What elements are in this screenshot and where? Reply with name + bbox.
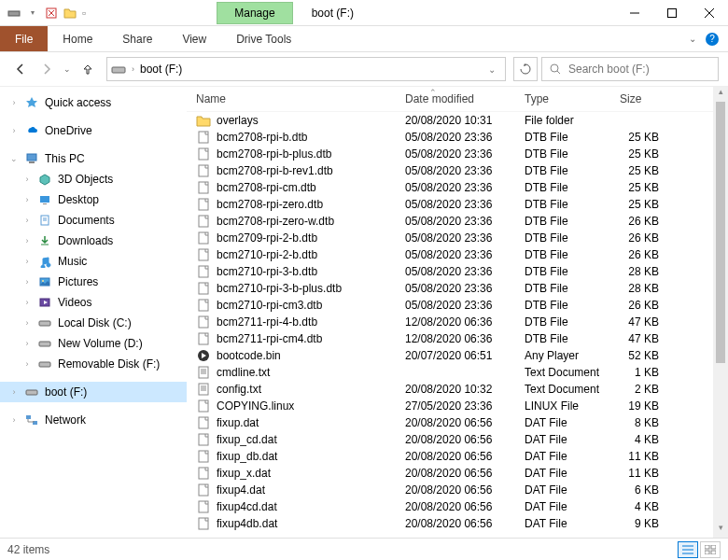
chevron-right-icon[interactable]: › bbox=[9, 126, 19, 135]
file-row[interactable]: bcm2708-rpi-zero.dtb05/08/2020 23:36DTB … bbox=[187, 196, 713, 213]
chevron-right-icon[interactable]: › bbox=[22, 236, 32, 245]
file-list[interactable]: overlays20/08/2020 10:31File folderbcm27… bbox=[187, 112, 713, 538]
file-row[interactable]: fixup_x.dat20/08/2020 06:56DAT File11 KB bbox=[187, 465, 713, 482]
recent-locations-button[interactable]: ⌄ bbox=[62, 58, 73, 80]
file-row[interactable]: bcm2708-rpi-b-plus.dtb05/08/2020 23:36DT… bbox=[187, 146, 713, 162]
properties-icon[interactable] bbox=[45, 7, 58, 20]
chevron-right-icon[interactable]: › bbox=[22, 216, 32, 225]
forward-button[interactable] bbox=[35, 58, 58, 80]
address-segment[interactable]: boot (F:) bbox=[140, 63, 182, 76]
chevron-right-icon[interactable]: › bbox=[22, 257, 32, 266]
file-row[interactable]: fixup_db.dat20/08/2020 06:56DAT File11 K… bbox=[187, 448, 713, 465]
file-row[interactable]: bcm2708-rpi-b.dtb05/08/2020 23:36DTB Fil… bbox=[187, 129, 713, 146]
maximize-button[interactable] bbox=[653, 0, 691, 26]
up-button[interactable] bbox=[77, 58, 99, 80]
tree-item[interactable]: ›Desktop bbox=[0, 189, 187, 210]
file-type: DTB File bbox=[525, 181, 620, 194]
svg-rect-34 bbox=[199, 283, 208, 294]
tree-label: This PC bbox=[45, 152, 85, 165]
address-dropdown-icon[interactable]: ⌄ bbox=[483, 64, 501, 75]
file-tab[interactable]: File bbox=[0, 26, 48, 51]
chevron-right-icon[interactable]: › bbox=[22, 359, 32, 369]
file-row[interactable]: fixup4db.dat20/08/2020 06:56DAT File9 KB bbox=[187, 515, 713, 532]
chevron-right-icon[interactable]: › bbox=[22, 318, 32, 328]
scroll-down-icon[interactable]: ▾ bbox=[713, 523, 728, 538]
file-row[interactable]: bcm2709-rpi-2-b.dtb05/08/2020 23:36DTB F… bbox=[187, 230, 713, 246]
navigation-pane[interactable]: › Quick access › OneDrive ⌄ This PC ›3D … bbox=[0, 87, 187, 538]
tree-item[interactable]: ›3D Objects bbox=[0, 169, 187, 189]
search-box[interactable]: Search boot (F:) bbox=[541, 57, 719, 81]
file-row[interactable]: fixup.dat20/08/2020 06:56DAT File8 KB bbox=[187, 414, 713, 431]
scroll-thumb[interactable] bbox=[716, 102, 725, 363]
tree-item[interactable]: ›Videos bbox=[0, 292, 187, 313]
file-row[interactable]: COPYING.linux27/05/2020 23:36LINUX File1… bbox=[187, 398, 713, 414]
ribbon-tab-share[interactable]: Share bbox=[107, 26, 167, 51]
tree-item[interactable]: ›Removable Disk (F:) bbox=[0, 354, 187, 374]
qat-overflow[interactable]: ▫ bbox=[82, 7, 86, 20]
back-button[interactable] bbox=[9, 58, 32, 80]
tree-network[interactable]: › Network bbox=[0, 410, 187, 430]
file-row[interactable]: bcm2708-rpi-zero-w.dtb05/08/2020 23:36DT… bbox=[187, 213, 713, 230]
vertical-scrollbar[interactable]: ▴ ▾ bbox=[713, 87, 728, 538]
column-headers[interactable]: ⌃ Name Date modified Type Size bbox=[187, 87, 713, 112]
chevron-right-icon[interactable]: › bbox=[22, 339, 32, 348]
file-row[interactable]: bcm2710-rpi-cm3.dtb05/08/2020 23:36DTB F… bbox=[187, 297, 713, 314]
chevron-right-icon[interactable]: › bbox=[22, 277, 32, 287]
column-header-name[interactable]: Name bbox=[192, 92, 405, 105]
file-row[interactable]: bcm2711-rpi-cm4.dtb12/08/2020 06:36DTB F… bbox=[187, 330, 713, 347]
tree-this-pc[interactable]: ⌄ This PC bbox=[0, 148, 187, 169]
tree-onedrive[interactable]: › OneDrive bbox=[0, 120, 187, 141]
file-name: fixup4cd.dat bbox=[217, 500, 277, 513]
file-row[interactable]: bcm2710-rpi-3-b.dtb05/08/2020 23:36DTB F… bbox=[187, 263, 713, 280]
chevron-right-icon[interactable]: › bbox=[22, 298, 32, 307]
file-row[interactable]: bcm2710-rpi-2-b.dtb05/08/2020 23:36DTB F… bbox=[187, 246, 713, 263]
tree-item[interactable]: ›Downloads bbox=[0, 231, 187, 251]
file-row[interactable]: bcm2711-rpi-4-b.dtb12/08/2020 06:36DTB F… bbox=[187, 314, 713, 330]
manage-contextual-tab[interactable]: Manage bbox=[217, 2, 292, 24]
large-icons-view-button[interactable] bbox=[700, 541, 721, 558]
file-row[interactable]: bcm2710-rpi-3-b-plus.dtb05/08/2020 23:36… bbox=[187, 280, 713, 297]
column-header-size[interactable]: Size bbox=[620, 92, 676, 105]
file-type: DTB File bbox=[525, 332, 620, 345]
tree-item[interactable]: ›New Volume (D:) bbox=[0, 333, 187, 354]
file-row[interactable]: cmdline.txtText Document1 KB bbox=[187, 364, 713, 381]
ribbon-tab-view[interactable]: View bbox=[167, 26, 221, 51]
file-row[interactable]: config.txt20/08/2020 10:32Text Document2… bbox=[187, 381, 713, 398]
scroll-up-icon[interactable]: ▴ bbox=[713, 87, 728, 102]
chevron-right-icon[interactable]: › bbox=[9, 387, 19, 397]
tree-item[interactable]: ›Local Disk (C:) bbox=[0, 313, 187, 333]
chevron-right-icon[interactable]: › bbox=[9, 98, 19, 107]
details-view-button[interactable] bbox=[678, 541, 698, 558]
file-type: DAT File bbox=[525, 483, 620, 497]
chevron-right-icon[interactable]: › bbox=[22, 195, 32, 204]
file-row[interactable]: overlays20/08/2020 10:31File folder bbox=[187, 112, 713, 129]
help-icon[interactable]: ? bbox=[706, 33, 719, 46]
file-row[interactable]: bcm2708-rpi-cm.dtb05/08/2020 23:36DTB Fi… bbox=[187, 179, 713, 196]
tree-item[interactable]: ›Documents bbox=[0, 210, 187, 231]
close-button[interactable] bbox=[691, 0, 728, 26]
tree-quick-access[interactable]: › Quick access bbox=[0, 92, 187, 113]
file-row[interactable]: fixup4cd.dat20/08/2020 06:56DAT File4 KB bbox=[187, 498, 713, 515]
chevron-right-icon[interactable]: › bbox=[132, 64, 134, 74]
address-bar[interactable]: › boot (F:) ⌄ bbox=[106, 57, 506, 81]
tree-boot-drive[interactable]: › boot (F:) bbox=[0, 382, 187, 402]
refresh-button[interactable] bbox=[513, 57, 538, 81]
file-name: config.txt bbox=[217, 383, 261, 396]
minimize-button[interactable] bbox=[616, 0, 653, 26]
ribbon-tab-drive-tools[interactable]: Drive Tools bbox=[221, 26, 306, 51]
column-header-type[interactable]: Type bbox=[525, 92, 620, 105]
qat-dropdown-icon[interactable]: ▾ bbox=[26, 7, 39, 20]
tree-item[interactable]: ›Pictures bbox=[0, 272, 187, 292]
chevron-down-icon[interactable]: ⌄ bbox=[9, 154, 19, 163]
chevron-right-icon[interactable]: › bbox=[9, 415, 19, 425]
column-header-date[interactable]: Date modified bbox=[405, 92, 525, 105]
ribbon-expand-icon[interactable]: ⌄ bbox=[689, 34, 696, 44]
tree-item[interactable]: ›Music bbox=[0, 251, 187, 272]
file-row[interactable]: bootcode.bin20/07/2020 06:51Any Player52… bbox=[187, 347, 713, 364]
file-row[interactable]: bcm2708-rpi-b-rev1.dtb05/08/2020 23:36DT… bbox=[187, 162, 713, 179]
file-row[interactable]: fixup4.dat20/08/2020 06:56DAT File6 KB bbox=[187, 482, 713, 498]
folder-qat-icon[interactable] bbox=[63, 7, 77, 20]
ribbon-tab-home[interactable]: Home bbox=[48, 26, 107, 51]
file-row[interactable]: fixup_cd.dat20/08/2020 06:56DAT File4 KB bbox=[187, 431, 713, 448]
chevron-right-icon[interactable]: › bbox=[22, 175, 32, 184]
